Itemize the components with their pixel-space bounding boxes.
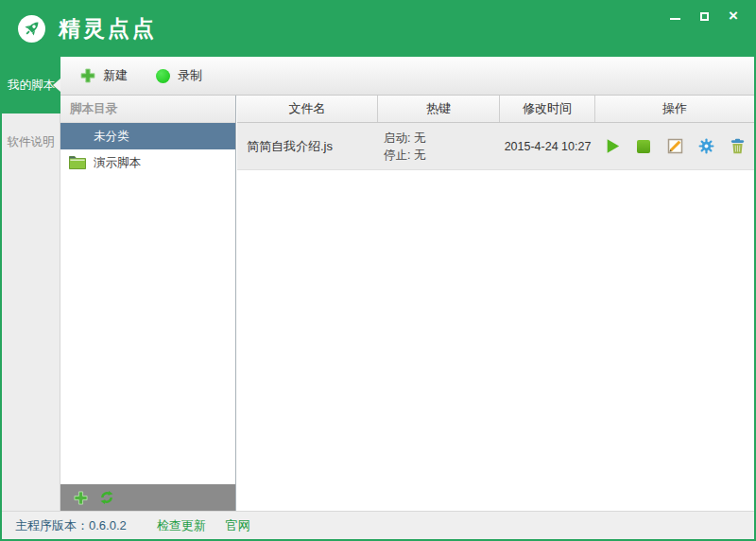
check-update-link[interactable]: 检查更新 <box>157 517 206 534</box>
category-label: 演示脚本 <box>94 155 141 171</box>
record-button[interactable]: 录制 <box>156 67 202 84</box>
stop-script-button[interactable] <box>635 138 652 155</box>
category-item-demo-script[interactable]: 演示脚本 <box>60 149 235 176</box>
cell-filename: 简简自我介绍.js <box>237 123 378 169</box>
table-row[interactable]: 简简自我介绍.js 启动: 无 停止: 无 2015-4-24 10:27 <box>237 123 754 170</box>
maximize-button[interactable] <box>696 9 712 24</box>
refresh-button[interactable] <box>99 490 114 505</box>
maximize-icon <box>700 12 709 21</box>
sidebar-tab-software-info[interactable]: 软件说明 <box>2 113 60 170</box>
statusbar: 主程序版本：0.6.0.2 检查更新 官网 <box>2 511 754 539</box>
plus-icon <box>80 68 95 83</box>
version-label: 主程序版本： <box>15 518 89 532</box>
titlebar: 精灵点点 × <box>0 0 756 57</box>
category-item-uncategorized[interactable]: 未分类 <box>60 123 235 149</box>
plus-icon <box>74 491 88 505</box>
cell-actions <box>595 123 754 169</box>
hotkey-stop: 停止: 无 <box>384 147 425 164</box>
app-title: 精灵点点 <box>59 14 157 44</box>
sidebar: 我的脚本 软件说明 <box>2 57 60 511</box>
add-category-button[interactable] <box>73 490 88 505</box>
official-website-link[interactable]: 官网 <box>226 517 250 534</box>
column-header-actions[interactable]: 操作 <box>595 96 754 122</box>
settings-button[interactable] <box>697 138 714 155</box>
window-controls: × <box>667 9 741 24</box>
category-label: 未分类 <box>94 129 129 145</box>
folder-icon <box>69 155 86 169</box>
run-script-button[interactable] <box>604 138 621 155</box>
sidebar-tab-my-scripts[interactable]: 我的脚本 <box>2 57 60 113</box>
record-label: 录制 <box>178 67 202 84</box>
hotkey-start: 启动: 无 <box>384 130 425 147</box>
gear-icon <box>698 138 714 154</box>
script-directory-panel: 脚本目录 未分类 演示脚本 <box>60 96 236 511</box>
edit-script-button[interactable] <box>666 138 683 155</box>
column-header-filename[interactable]: 文件名 <box>237 96 378 122</box>
cell-hotkey: 启动: 无 停止: 无 <box>378 123 500 169</box>
record-icon <box>156 69 170 83</box>
version-value: 0.6.0.2 <box>89 518 127 532</box>
minimize-button[interactable] <box>667 9 682 24</box>
sidebar-tab-label: 软件说明 <box>8 134 55 150</box>
column-header-modified[interactable]: 修改时间 <box>500 96 595 122</box>
delete-script-button[interactable] <box>729 138 746 155</box>
stop-icon <box>637 140 650 153</box>
play-icon <box>605 138 621 154</box>
column-header-hotkey[interactable]: 热键 <box>378 96 500 122</box>
minimize-icon <box>670 18 680 20</box>
table-header: 文件名 热键 修改时间 操作 <box>237 96 754 123</box>
rocket-logo-icon <box>17 14 46 44</box>
panel-utility-bar <box>60 484 235 511</box>
close-button[interactable]: × <box>726 9 741 24</box>
version-info: 主程序版本：0.6.0.2 <box>15 517 127 534</box>
toolbar: 新建 录制 <box>60 57 754 96</box>
sidebar-tab-label: 我的脚本 <box>8 78 55 94</box>
panel-empty-area <box>60 176 235 484</box>
script-table: 文件名 热键 修改时间 操作 简简自我介绍.js 启动: 无 停止: 无 201… <box>237 96 754 511</box>
new-script-button[interactable]: 新建 <box>80 67 128 84</box>
panel-header: 脚本目录 <box>60 96 235 123</box>
edit-icon <box>667 138 683 154</box>
trash-icon <box>730 138 746 154</box>
cell-modified-time: 2015-4-24 10:27 <box>500 123 595 169</box>
app-window: 精灵点点 × 我的脚本 软件说明 新建 录制 脚本目录 未分类 <box>0 0 756 541</box>
refresh-icon <box>99 490 114 505</box>
new-script-label: 新建 <box>103 67 128 84</box>
